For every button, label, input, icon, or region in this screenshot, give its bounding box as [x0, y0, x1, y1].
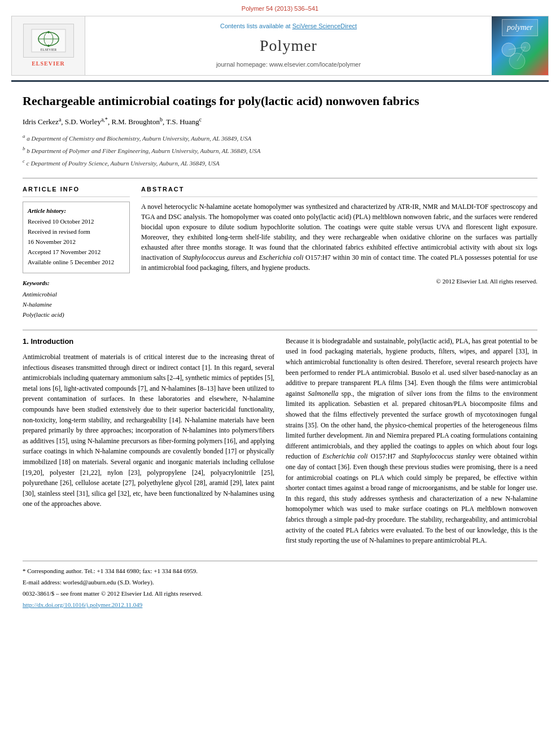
- intro-paragraph: Antimicrobial treatment of materials is …: [23, 352, 274, 509]
- page-wrapper: Polymer 54 (2013) 536–541 ELSEVIER ELSEV…: [0, 0, 560, 621]
- keywords-title: Keywords:: [23, 279, 130, 288]
- header-banner: ELSEVIER ELSEVIER Contents lists availab…: [11, 16, 549, 76]
- sciverse-link: Contents lists available at SciVerse Sci…: [220, 22, 357, 31]
- svg-point-5: [47, 45, 50, 47]
- intro-heading: 1. Introduction: [23, 336, 274, 347]
- journal-ref: Polymer 54 (2013) 536–541: [0, 0, 560, 16]
- affiliation-a: a a Department of Chemistry and Biochemi…: [23, 132, 537, 143]
- email-note: E-mail address: worlesd@auburn.edu (S.D.…: [23, 578, 537, 587]
- affiliations: a a Department of Chemistry and Biochemi…: [23, 132, 537, 169]
- revised-date: 16 November 2012: [28, 238, 125, 247]
- keyword-1: Antimicrobial: [23, 290, 130, 299]
- keyword-3: Poly(lactic acid): [23, 311, 130, 320]
- polymer-badge: polymer: [502, 19, 538, 36]
- affiliation-b: b b Department of Polymer and Fiber Engi…: [23, 145, 537, 156]
- affiliation-c: c c Department of Poultry Science, Aubur…: [23, 157, 537, 168]
- svg-text:ELSEVIER: ELSEVIER: [40, 48, 56, 51]
- available-date: Available online 5 December 2012: [28, 258, 125, 267]
- history-box: Article history: Received 10 October 201…: [23, 202, 130, 274]
- article-content: Rechargeable antimicrobial coatings for …: [0, 82, 560, 621]
- article-info-panel: ARTICLE INFO Article history: Received 1…: [23, 185, 130, 321]
- article-footer: * Corresponding author. Tel.: +1 334 844…: [23, 561, 537, 610]
- elsevier-logo-svg: ELSEVIER: [29, 27, 68, 55]
- elsevier-logo-area: ELSEVIER ELSEVIER: [12, 16, 85, 75]
- copyright-notice: © 2012 Elsevier Ltd. All rights reserved…: [141, 277, 537, 286]
- doi-link[interactable]: http://dx.doi.org/10.1016/j.polymer.2012…: [23, 601, 537, 610]
- body-right-col: Because it is biodegradable and sustaina…: [286, 336, 537, 549]
- issn-note: 0032-3861/$ – see front matter © 2012 El…: [23, 589, 537, 599]
- sciverse-text[interactable]: SciVerse ScienceDirect: [292, 23, 357, 29]
- header-center: Contents lists available at SciVerse Sci…: [85, 16, 492, 75]
- cover-graphic: [497, 38, 542, 72]
- elsevier-label: ELSEVIER: [32, 60, 65, 68]
- svg-point-4: [47, 31, 50, 33]
- body-left-col: 1. Introduction Antimicrobial treatment …: [23, 336, 274, 549]
- journal-ref-text: Polymer 54 (2013) 536–541: [242, 5, 318, 12]
- abstract-panel: ABSTRACT A novel heterocyclic N-halamine…: [141, 185, 537, 321]
- revised-label: Received in revised form: [28, 228, 125, 237]
- abstract-text: A novel heterocyclic N-halamine acetate …: [141, 202, 537, 273]
- history-title: Article history:: [28, 207, 125, 216]
- article-info-heading: ARTICLE INFO: [23, 185, 130, 197]
- body-columns: 1. Introduction Antimicrobial treatment …: [23, 336, 537, 549]
- article-title: Rechargeable antimicrobial coatings for …: [23, 93, 537, 110]
- right-paragraph: Because it is biodegradable and sustaina…: [286, 336, 537, 546]
- corresponding-note: * Corresponding author. Tel.: +1 334 844…: [23, 567, 537, 576]
- journal-homepage: journal homepage: www.elsevier.com/locat…: [216, 60, 361, 69]
- body-divider: [23, 330, 537, 330]
- journal-title: Polymer: [260, 34, 317, 58]
- accepted-date: Accepted 17 November 2012: [28, 248, 125, 257]
- keyword-2: N-halamine: [23, 300, 130, 309]
- received-date: Received 10 October 2012: [28, 217, 125, 226]
- info-abstract-section: ARTICLE INFO Article history: Received 1…: [23, 178, 537, 321]
- elsevier-logo-box: ELSEVIER: [23, 24, 74, 58]
- keywords-box: Keywords: Antimicrobial N-halamine Poly(…: [23, 279, 130, 320]
- journal-cover-image: polymer: [492, 16, 548, 75]
- abstract-heading: ABSTRACT: [141, 185, 537, 197]
- authors-line: Idris Cerkeza, S.D. Worleya,*, R.M. Brou…: [23, 115, 537, 128]
